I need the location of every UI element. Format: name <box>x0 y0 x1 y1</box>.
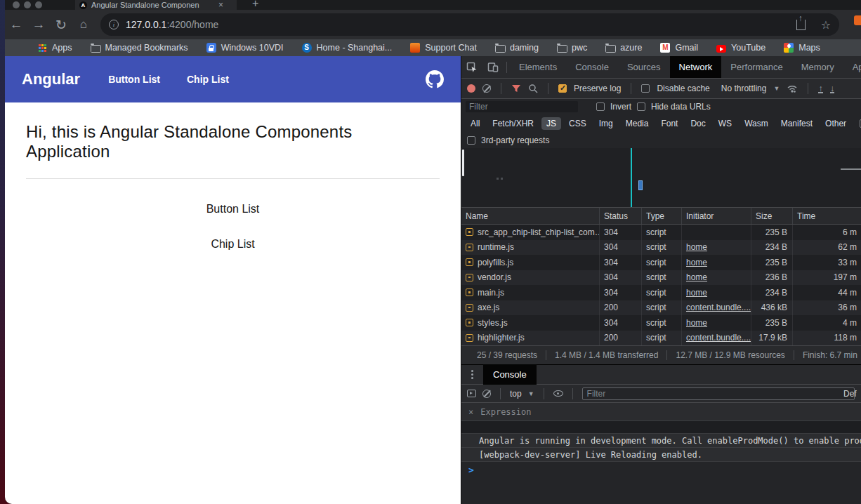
github-icon[interactable] <box>426 70 444 88</box>
site-info-icon[interactable]: i <box>109 20 119 29</box>
table-row[interactable]: src_app_chip-list_chip-list_com… 304 scr… <box>461 225 861 240</box>
throttling-select[interactable]: No throttling <box>721 84 767 93</box>
browser-tab[interactable]: A Angular Standalone Componen × <box>75 0 237 10</box>
bookmark-item[interactable]: pwc <box>557 43 587 53</box>
initiator-link[interactable]: home <box>686 288 707 298</box>
initiator-link[interactable]: home <box>686 258 707 267</box>
devtools-tab[interactable]: Application <box>843 56 861 79</box>
initiator-link[interactable]: home <box>686 242 707 252</box>
export-har-icon[interactable]: ↓ <box>830 84 835 93</box>
device-toolbar-icon[interactable] <box>482 62 504 73</box>
live-expression-row[interactable]: × Expression <box>461 403 861 421</box>
preserve-log-checkbox[interactable] <box>558 84 567 93</box>
console-prompt[interactable]: > <box>461 462 861 475</box>
url-text[interactable]: 127.0.0.1:4200/home <box>126 19 218 30</box>
bookmark-item[interactable]: Apps <box>37 43 72 53</box>
column-header[interactable]: Name <box>461 208 600 224</box>
disable-cache-checkbox[interactable] <box>641 84 650 93</box>
app-nav-link[interactable]: Chip List <box>187 74 229 85</box>
console-context-select[interactable]: top <box>510 389 522 399</box>
back-button[interactable]: ← <box>5 17 27 32</box>
bookmark-item[interactable]: Managed Bookmarks <box>91 43 188 53</box>
table-row[interactable]: highlighter.js 200 script content.bundle… <box>461 331 861 346</box>
bookmark-star-icon[interactable]: ☆ <box>821 18 831 32</box>
app-brand[interactable]: Angular <box>22 70 80 88</box>
bookmark-item[interactable]: Windows 10VDI <box>206 43 284 53</box>
search-icon[interactable] <box>528 84 538 93</box>
console-levels-select[interactable]: Def <box>843 389 861 399</box>
record-network-log-icon[interactable] <box>467 84 475 93</box>
devtools-tab[interactable]: Memory <box>792 56 843 79</box>
type-filter[interactable]: All <box>466 117 485 130</box>
address-bar[interactable]: i 127.0.0.1:4200/home ☆ <box>100 13 839 36</box>
filter-funnel-icon[interactable] <box>511 84 521 93</box>
type-filter[interactable]: WS <box>714 117 737 130</box>
initiator-link[interactable]: home <box>686 272 707 282</box>
column-header[interactable]: Initiator <box>682 208 751 224</box>
timeline-selection-handle[interactable] <box>462 150 464 176</box>
maximize-window-button[interactable] <box>35 1 42 8</box>
devtools-tab[interactable]: Elements <box>510 56 566 79</box>
clear-console-icon[interactable] <box>482 390 491 398</box>
type-filter[interactable]: Fetch/XHR <box>487 117 539 130</box>
new-tab-button[interactable]: + <box>252 0 258 10</box>
type-filter[interactable]: CSS <box>564 117 591 130</box>
close-window-button[interactable] <box>13 1 20 8</box>
type-filter[interactable]: Manifest <box>776 117 817 130</box>
devtools-tab[interactable]: Console <box>566 56 618 79</box>
forward-button[interactable]: → <box>27 17 50 32</box>
kebab-menu-icon[interactable] <box>471 373 473 376</box>
inspect-element-icon[interactable] <box>461 62 482 73</box>
table-row[interactable]: polyfills.js 304 script home 235 B 33 m <box>461 255 861 270</box>
clear-network-log-icon[interactable] <box>482 84 491 93</box>
type-filter[interactable]: Img <box>594 117 618 130</box>
devtools-tab[interactable]: Sources <box>618 56 670 79</box>
initiator-link[interactable]: home <box>686 318 707 328</box>
devtools-tab[interactable]: Network <box>670 56 722 79</box>
type-filter[interactable]: Wasm <box>740 117 773 130</box>
type-filter[interactable]: Font <box>656 117 683 130</box>
devtools-tab[interactable]: Performance <box>721 56 791 79</box>
network-conditions-icon[interactable] <box>787 84 798 93</box>
type-filter[interactable]: Other <box>820 117 851 130</box>
type-filter[interactable]: Doc <box>685 117 710 130</box>
import-har-icon[interactable]: ↑ <box>818 84 823 93</box>
console-filter-input[interactable]: Filter <box>582 387 855 400</box>
minimize-window-button[interactable] <box>24 1 31 8</box>
column-header[interactable]: Time <box>793 208 861 224</box>
network-overview-timeline[interactable]: 50000 ms100000 ms150000 ms200000 ms25000… <box>461 148 861 208</box>
app-body-link[interactable]: Chip List <box>26 238 440 251</box>
console-message[interactable]: [webpack-dev-server] Live Reloading enab… <box>461 448 861 462</box>
console-sidebar-toggle-icon[interactable] <box>467 390 476 397</box>
close-icon[interactable]: × <box>468 407 473 417</box>
bookmark-item[interactable]: Support Chat <box>410 43 477 53</box>
home-button[interactable]: ⌂ <box>72 18 95 32</box>
table-row[interactable]: axe.js 200 script content.bundle.... 436… <box>461 300 861 316</box>
tab-close-icon[interactable]: × <box>218 0 223 10</box>
bookmark-item[interactable]: azure <box>605 43 642 53</box>
bookmark-item[interactable]: Home - Shanghai... <box>302 43 393 53</box>
app-nav-link[interactable]: Button List <box>108 74 160 85</box>
table-row[interactable]: runtime.js 304 script home 234 B 62 m <box>461 240 861 256</box>
live-expression-eye-icon[interactable] <box>553 390 563 397</box>
third-party-checkbox[interactable] <box>467 136 475 145</box>
bookmark-item[interactable]: daming <box>495 43 539 53</box>
hide-data-urls-checkbox[interactable] <box>637 102 645 111</box>
extension-icon[interactable] <box>854 15 861 25</box>
column-header[interactable]: Type <box>642 208 682 224</box>
reload-button[interactable]: ↻ <box>50 17 72 33</box>
table-row[interactable]: main.js 304 script home 234 B 44 m <box>461 285 861 300</box>
column-header[interactable]: Status <box>600 208 642 224</box>
table-row[interactable]: styles.js 304 script home 235 B 4 m <box>461 315 861 331</box>
console-message[interactable]: Angular is running in development mode. … <box>461 434 861 448</box>
bookmark-item[interactable]: Maps <box>784 43 820 53</box>
bookmark-item[interactable]: YouTube <box>716 43 765 53</box>
type-filter[interactable]: JS <box>541 117 561 130</box>
initiator-link[interactable]: content.bundle.... <box>686 303 751 312</box>
table-row[interactable]: vendor.js 304 script home 236 B 197 m <box>461 270 861 286</box>
share-icon[interactable] <box>796 20 806 30</box>
initiator-link[interactable]: content.bundle.... <box>686 333 751 343</box>
type-filter[interactable]: Media <box>621 117 654 130</box>
column-header[interactable]: Size <box>751 208 793 224</box>
drawer-tab-console[interactable]: Console <box>483 364 537 385</box>
